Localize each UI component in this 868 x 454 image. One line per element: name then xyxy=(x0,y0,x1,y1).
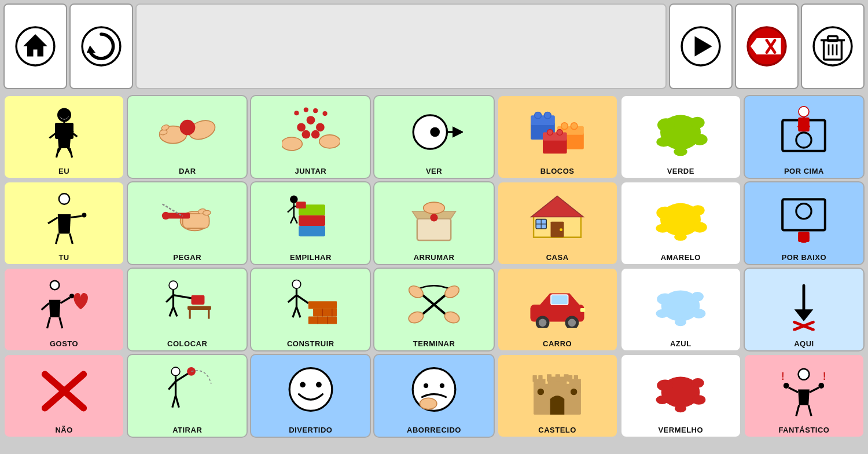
cell-juntar[interactable]: JUNTAR xyxy=(250,95,371,179)
svg-rect-207 xyxy=(538,389,544,395)
cell-terminar[interactable]: TERMINAR xyxy=(373,268,494,352)
icon-construir xyxy=(253,272,367,337)
cell-gosto[interactable]: GOSTO xyxy=(3,268,124,352)
cell-fantastico[interactable]: ! ! FANTÁSTICO xyxy=(744,354,865,438)
svg-line-141 xyxy=(173,307,177,316)
svg-line-100 xyxy=(294,216,297,224)
cell-vermelho[interactable]: VERMELHO xyxy=(620,354,741,438)
trash-button[interactable] xyxy=(801,3,865,89)
svg-point-34 xyxy=(179,119,195,135)
label-divertido: DIVERTIDO xyxy=(289,426,332,434)
svg-point-190 xyxy=(300,382,306,387)
top-right-buttons xyxy=(669,3,865,89)
cell-eu[interactable]: EU xyxy=(3,95,124,179)
cell-por-cima[interactable]: POR CIMA xyxy=(744,95,865,179)
svg-point-119 xyxy=(796,204,811,219)
svg-point-76 xyxy=(796,133,811,148)
icon-gosto xyxy=(7,272,121,337)
cell-empilhar[interactable]: EMPILHAR xyxy=(250,181,371,265)
label-colocar: COLOCAR xyxy=(167,339,207,348)
svg-point-210 xyxy=(657,379,673,391)
icon-carro xyxy=(501,272,615,337)
label-gosto: GOSTO xyxy=(50,339,78,348)
icon-juntar xyxy=(253,100,367,164)
cell-carro[interactable]: CARRO xyxy=(497,268,618,352)
svg-point-47 xyxy=(322,111,327,116)
svg-point-165 xyxy=(539,319,547,327)
svg-point-221 xyxy=(819,383,825,389)
cell-aqui[interactable]: AQUI xyxy=(744,268,865,352)
cell-construir[interactable]: CONSTRUIR xyxy=(250,268,371,352)
svg-rect-206 xyxy=(574,375,578,382)
label-pegar: PEGAR xyxy=(173,253,201,262)
cell-atirar[interactable]: ATIRAR xyxy=(127,354,248,438)
refresh-button[interactable] xyxy=(69,3,133,89)
label-atirar: ATIRAR xyxy=(172,426,202,434)
label-aborrecido: ABORRECIDO xyxy=(407,426,461,434)
svg-point-41 xyxy=(311,130,320,139)
svg-point-82 xyxy=(82,213,86,217)
label-vermelho: VERMELHO xyxy=(658,426,703,434)
icon-colocar xyxy=(130,272,244,337)
icon-empilhar xyxy=(253,186,367,251)
icon-pegar xyxy=(130,186,244,251)
svg-line-31 xyxy=(69,148,72,158)
svg-rect-53 xyxy=(531,115,555,125)
cell-casa[interactable]: CASA xyxy=(497,181,618,265)
svg-rect-151 xyxy=(308,301,337,309)
svg-rect-202 xyxy=(533,375,537,382)
cell-castelo[interactable]: CASTELO xyxy=(497,354,618,438)
icon-fantastico: ! ! xyxy=(747,358,861,423)
svg-point-189 xyxy=(289,368,332,411)
svg-rect-163 xyxy=(551,295,568,305)
svg-point-91 xyxy=(203,210,211,215)
svg-point-174 xyxy=(675,318,686,325)
svg-line-84 xyxy=(69,233,72,244)
cell-pegar[interactable]: PEGAR xyxy=(127,181,248,265)
cell-nao[interactable]: NÃO xyxy=(3,354,124,438)
cell-azul[interactable]: AZUL xyxy=(620,268,741,352)
cell-aborrecido[interactable]: ABORRECIDO xyxy=(373,354,494,438)
cell-colocar[interactable]: COLOCAR xyxy=(127,268,248,352)
svg-point-195 xyxy=(420,398,436,409)
label-juntar: JUNTAR xyxy=(295,167,326,175)
svg-line-81 xyxy=(71,216,82,217)
icon-terminar xyxy=(377,272,491,337)
svg-line-218 xyxy=(789,387,798,392)
svg-point-37 xyxy=(297,123,306,131)
svg-point-46 xyxy=(313,108,318,113)
svg-line-222 xyxy=(796,405,799,416)
label-terminar: TERMINAR xyxy=(413,339,455,348)
delete-button[interactable] xyxy=(735,3,799,89)
cell-por-baixo[interactable]: POR BAIXO xyxy=(744,181,865,265)
label-azul: AZUL xyxy=(670,339,692,348)
svg-point-59 xyxy=(571,122,578,129)
svg-line-184 xyxy=(168,382,175,390)
play-button[interactable] xyxy=(669,3,733,89)
cell-arrumar[interactable]: ARRUMAR xyxy=(373,181,494,265)
cell-verde[interactable]: VERDE xyxy=(620,95,741,179)
cell-amarelo[interactable]: AMARELO xyxy=(620,181,741,265)
label-carro: CARRO xyxy=(543,339,572,348)
svg-point-54 xyxy=(535,112,542,119)
svg-line-145 xyxy=(288,295,297,302)
svg-rect-198 xyxy=(547,374,551,381)
svg-line-220 xyxy=(810,387,819,392)
svg-rect-203 xyxy=(538,375,542,382)
svg-point-193 xyxy=(424,383,428,388)
cell-blocos[interactable]: BLOCOS xyxy=(497,95,618,179)
cell-ver[interactable]: VER xyxy=(373,95,494,179)
svg-line-146 xyxy=(296,295,308,303)
home-button[interactable] xyxy=(3,3,67,89)
icon-dar xyxy=(130,100,244,164)
icon-eu xyxy=(7,100,121,164)
icon-tu xyxy=(7,186,121,251)
svg-point-108 xyxy=(560,228,562,231)
svg-line-187 xyxy=(172,396,176,407)
svg-point-194 xyxy=(440,383,444,388)
svg-marker-176 xyxy=(795,309,814,321)
cell-dar[interactable]: DAR xyxy=(127,95,248,179)
cell-divertido[interactable]: DIVERTIDO xyxy=(250,354,371,438)
svg-rect-93 xyxy=(299,215,325,225)
cell-tu[interactable]: TU xyxy=(3,181,124,265)
